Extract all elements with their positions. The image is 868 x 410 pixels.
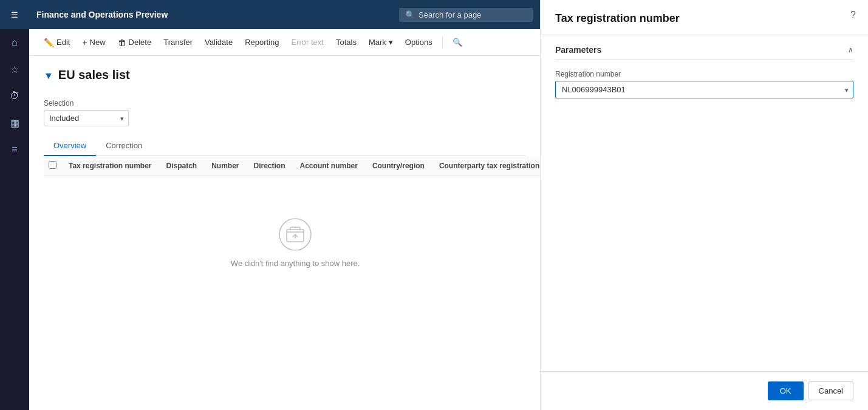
cancel-button[interactable]: Cancel [808, 381, 853, 400]
search-box[interactable]: 🔍 Search for a page [399, 8, 533, 22]
left-navigation: ☰ ⌂ ☆ ⏱ ▦ ≡ [0, 0, 29, 410]
empty-state-row: We didn't find anything to show here. [44, 176, 540, 310]
edit-label: Edit [56, 38, 70, 47]
parameters-label: Parameters [555, 45, 601, 55]
tabs: Overview Correction [44, 136, 525, 156]
workspaces-nav-item[interactable]: ▦ [0, 109, 29, 136]
favorites-nav-item[interactable]: ☆ [0, 56, 29, 83]
list-icon: ≡ [12, 144, 17, 155]
options-label: Options [405, 38, 432, 47]
new-label: New [90, 38, 106, 47]
parameters-section: Parameters ∧ Registration number NL00699… [541, 35, 868, 118]
page-title: EU sales list [58, 68, 130, 82]
right-panel: ? Tax registration number Parameters ∧ R… [540, 0, 868, 410]
toolbar: ✏️ Edit + New 🗑 Delete Transfer Validate… [29, 29, 540, 56]
totals-label: Totals [336, 38, 357, 47]
col-header-direction: Direction [247, 156, 293, 176]
col-header-dispatch: Dispatch [159, 156, 204, 176]
registration-number-wrapper: NL006999943B01 ▾ [555, 81, 853, 98]
selection-select[interactable]: Included All Not included [44, 110, 129, 126]
table-header-row: Tax registration number Dispatch Number … [44, 156, 540, 176]
empty-state-icon [278, 217, 312, 251]
filter-icon[interactable]: ▼ [44, 70, 53, 81]
main-area: Finance and Operations Preview 🔍 Search … [29, 0, 540, 410]
new-icon: + [82, 38, 87, 47]
col-header-country-region: Country/region [365, 156, 432, 176]
transfer-label: Transfer [163, 38, 193, 47]
data-table: Tax registration number Dispatch Number … [44, 156, 540, 309]
selection-field: Selection Included All Not included ▾ [44, 99, 129, 126]
page-content: ▼ EU sales list Selection Included All N… [29, 56, 540, 410]
delete-button[interactable]: 🗑 Delete [113, 35, 157, 50]
tab-overview[interactable]: Overview [44, 136, 96, 156]
select-all-checkbox[interactable] [49, 161, 56, 169]
hamburger-menu[interactable]: ☰ [0, 0, 29, 29]
col-header-account-number: Account number [293, 156, 365, 176]
tab-overview-label: Overview [53, 141, 86, 150]
tab-correction[interactable]: Correction [96, 136, 152, 156]
search-toolbar-button[interactable]: 🔍 [448, 35, 467, 49]
edit-button[interactable]: ✏️ Edit [39, 35, 75, 50]
svg-point-2 [295, 227, 296, 228]
col-header-checkbox [44, 156, 61, 176]
recent-nav-item[interactable]: ⏱ [0, 83, 29, 109]
validate-button[interactable]: Validate [200, 35, 238, 49]
validate-label: Validate [205, 38, 233, 47]
panel-footer: OK Cancel [541, 371, 868, 410]
home-nav-item[interactable]: ⌂ [0, 29, 29, 56]
mark-dropdown-icon: ▾ [389, 38, 393, 47]
list-nav-item[interactable]: ≡ [0, 136, 29, 163]
reporting-label: Reporting [245, 38, 279, 47]
edit-icon: ✏️ [44, 38, 54, 47]
col-header-number: Number [204, 156, 246, 176]
empty-state: We didn't find anything to show here. [51, 181, 539, 304]
new-button[interactable]: + New [77, 35, 110, 50]
registration-number-field: Registration number NL006999943B01 ▾ [555, 70, 853, 98]
reporting-button[interactable]: Reporting [240, 35, 284, 49]
error-text-label: Error text [292, 38, 324, 47]
home-icon: ⌂ [12, 37, 18, 48]
col-header-tax-reg-number: Tax registration number [61, 156, 159, 176]
selection-dropdown: Included All Not included ▾ [44, 110, 129, 126]
hamburger-icon: ☰ [11, 10, 18, 19]
mark-label: Mark [369, 38, 386, 47]
empty-state-text: We didn't find anything to show here. [231, 259, 360, 268]
totals-button[interactable]: Totals [331, 35, 361, 49]
mark-button[interactable]: Mark ▾ [364, 35, 398, 49]
registration-number-select[interactable]: NL006999943B01 [555, 81, 853, 98]
search-toolbar-icon: 🔍 [453, 38, 462, 47]
transfer-button[interactable]: Transfer [159, 35, 197, 49]
help-icon[interactable]: ? [850, 10, 856, 21]
panel-header: Tax registration number [541, 0, 868, 35]
ok-button[interactable]: OK [768, 381, 804, 400]
search-icon: 🔍 [405, 10, 415, 19]
recent-icon: ⏱ [10, 91, 19, 101]
delete-label: Delete [129, 38, 152, 47]
registration-number-label: Registration number [555, 70, 853, 78]
search-placeholder: Search for a page [419, 10, 481, 19]
options-button[interactable]: Options [400, 35, 437, 49]
delete-icon: 🗑 [118, 38, 126, 47]
parameters-header: Parameters ∧ [555, 45, 853, 60]
error-text-button[interactable]: Error text [287, 35, 329, 49]
collapse-icon[interactable]: ∧ [848, 46, 853, 54]
app-title: Finance and Operations Preview [36, 10, 392, 19]
workspaces-icon: ▦ [10, 117, 19, 129]
favorites-icon: ☆ [10, 64, 19, 75]
selection-label: Selection [44, 99, 129, 108]
selection-row: Selection Included All Not included ▾ [44, 99, 525, 126]
col-header-counterparty: Counterparty tax registration [432, 156, 540, 176]
toolbar-separator [442, 36, 443, 49]
panel-title: Tax registration number [555, 12, 853, 25]
tab-correction-label: Correction [106, 141, 142, 150]
top-header: Finance and Operations Preview 🔍 Search … [29, 0, 540, 29]
